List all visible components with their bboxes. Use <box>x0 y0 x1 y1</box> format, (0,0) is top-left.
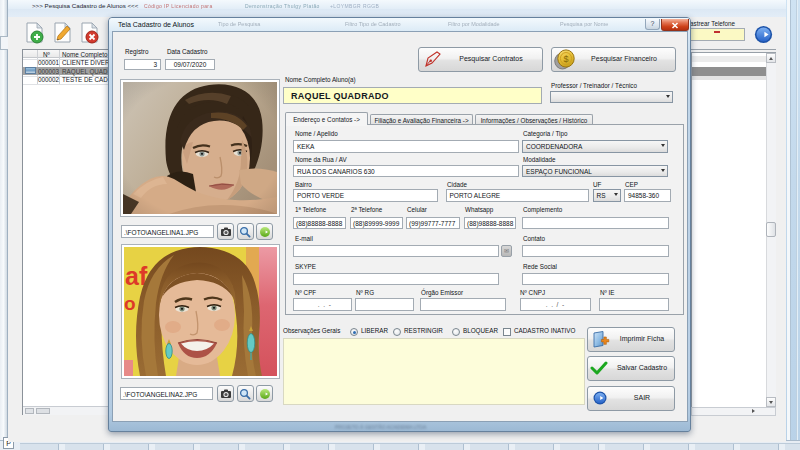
svg-text:$: $ <box>563 54 568 64</box>
svg-text:o: o <box>124 293 136 314</box>
